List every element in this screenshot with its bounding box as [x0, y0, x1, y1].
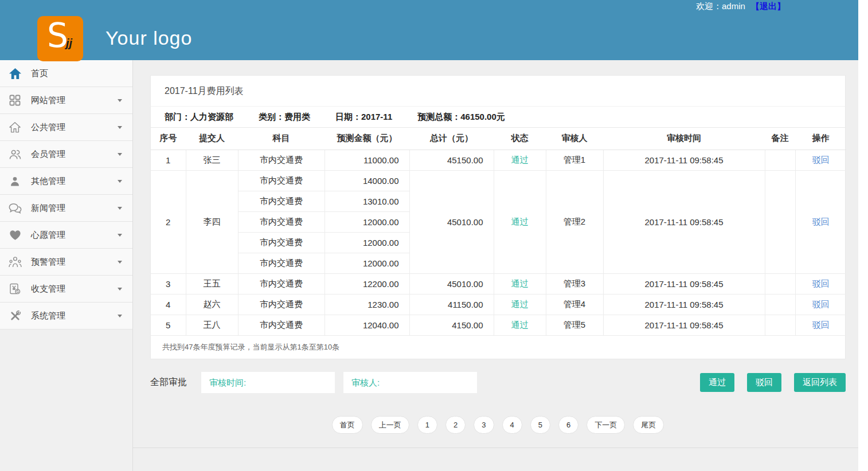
page-last[interactable]: 尾页	[633, 416, 664, 434]
chevron-down-icon	[118, 180, 122, 183]
welcome-label: 欢迎：	[696, 1, 722, 11]
logout-link[interactable]: 【退出】	[751, 1, 785, 11]
approval-bar: 全部审批 通过 驳回 返回列表	[150, 372, 846, 393]
sidebar-item-label: 预警管理	[31, 257, 65, 268]
table-row: 2李四市内交通费14000.0045010.00通过管理22017-11-11 …	[151, 170, 846, 191]
cell-review-time: 2017-11-11 09:58:45	[603, 170, 765, 273]
action-link: 驳回	[795, 170, 846, 273]
tools-icon	[7, 310, 22, 322]
cell-serial: 2	[151, 170, 186, 273]
sidebar-item-news-management[interactable]: 新闻管理	[0, 195, 132, 222]
action-link: 驳回	[795, 150, 846, 170]
cell-serial: 5	[151, 315, 186, 335]
grid-icon	[7, 95, 22, 106]
filter-label: 日期：	[335, 112, 361, 121]
status-link[interactable]: 通过	[511, 217, 529, 226]
page-next[interactable]: 下一页	[587, 416, 625, 434]
sidebar-item-label: 公共管理	[31, 122, 65, 133]
sidebar-item-public-management[interactable]: 公共管理	[0, 114, 132, 141]
cell-subject: 市内交通费	[238, 273, 324, 294]
page-1[interactable]: 1	[417, 416, 437, 434]
review-time-input[interactable]	[201, 372, 335, 393]
sidebar-item-finance-management[interactable]: 收支管理	[0, 276, 132, 303]
action-link[interactable]: 驳回	[812, 299, 830, 309]
sidebar-item-warning-management[interactable]: 预警管理	[0, 249, 132, 276]
reject-button[interactable]: 驳回	[747, 373, 781, 392]
expense-panel: 2017-11月费用列表 部门：人力资源部类别：费用类日期：2017-11预测总…	[150, 75, 846, 359]
pagination: 首页上一页123456下一页尾页	[150, 416, 846, 434]
page-5[interactable]: 5	[530, 416, 550, 434]
chat-icon	[7, 203, 22, 214]
status-link: 通过	[494, 170, 546, 273]
sidebar-item-label: 会员管理	[31, 149, 65, 160]
cell-review-time: 2017-11-11 09:58:45	[603, 273, 765, 294]
status-link[interactable]: 通过	[511, 299, 529, 309]
cell-forecast-amount: 12000.00	[324, 253, 409, 273]
table-header-cell: 备注	[765, 128, 795, 150]
sidebar-item-system-management[interactable]: 系统管理	[0, 303, 132, 329]
sidebar: 首页网站管理公共管理会员管理其他管理新闻管理心愿管理预警管理收支管理系统管理	[0, 60, 133, 471]
cell-review-time: 2017-11-11 09:58:45	[603, 150, 765, 170]
cell-total: 4150.00	[409, 315, 494, 335]
filter-item: 日期：2017-11	[335, 112, 392, 123]
filter-item: 部门：人力资源部	[165, 112, 233, 123]
approve-button[interactable]: 通过	[700, 373, 734, 392]
table-header-cell: 提交人	[186, 128, 238, 150]
page-3[interactable]: 3	[474, 416, 494, 434]
table-row: 1张三市内交通费11000.0045150.00通过管理12017-11-11 …	[151, 150, 846, 170]
sidebar-item-other-management[interactable]: 其他管理	[0, 168, 132, 195]
action-link[interactable]: 驳回	[812, 155, 830, 164]
table-header-cell: 审核人	[546, 128, 603, 150]
cell-subject: 市内交通费	[238, 294, 324, 315]
status-link[interactable]: 通过	[511, 155, 529, 164]
sidebar-item-label: 心愿管理	[31, 230, 65, 241]
action-link: 驳回	[795, 294, 846, 315]
page-4[interactable]: 4	[502, 416, 522, 434]
back-to-list-button[interactable]: 返回列表	[794, 373, 846, 392]
action-link[interactable]: 驳回	[812, 320, 830, 329]
reviewer-input[interactable]	[343, 372, 477, 393]
table-header-cell: 预测金额（元）	[324, 128, 409, 150]
cell-submitter: 李四	[186, 170, 238, 273]
page-first[interactable]: 首页	[332, 416, 363, 434]
footer-divider	[133, 448, 858, 460]
action-link[interactable]: 驳回	[812, 278, 830, 288]
approval-buttons: 通过 驳回 返回列表	[700, 373, 846, 392]
cell-total: 41150.00	[409, 294, 494, 315]
cell-remark	[765, 294, 795, 315]
sidebar-item-member-management[interactable]: 会员管理	[0, 141, 132, 168]
cell-subject: 市内交通费	[238, 315, 324, 335]
cell-forecast-amount: 14000.00	[324, 170, 409, 191]
table-header-cell: 操作	[795, 128, 846, 150]
cell-serial: 3	[151, 273, 186, 294]
filter-label: 预测总额：	[417, 112, 460, 121]
cell-subject: 市内交通费	[238, 232, 324, 253]
cell-remark	[765, 170, 795, 273]
status-link: 通过	[494, 273, 546, 294]
alert-group-icon	[7, 256, 22, 268]
cell-subject: 市内交通费	[238, 211, 324, 232]
status-link[interactable]: 通过	[511, 320, 529, 329]
cell-forecast-amount: 12000.00	[324, 211, 409, 232]
cell-forecast-amount: 11000.00	[324, 150, 409, 170]
cell-subject: 市内交通费	[238, 253, 324, 273]
sidebar-item-site-management[interactable]: 网站管理	[0, 87, 132, 114]
sidebar-item-label: 收支管理	[31, 284, 65, 295]
cell-forecast-amount: 13010.00	[324, 191, 409, 211]
cell-forecast-amount: 12200.00	[324, 273, 409, 294]
table-header-cell: 状态	[494, 128, 546, 150]
sidebar-item-home[interactable]: 首页	[0, 60, 132, 87]
main-content: 2017-11月费用列表 部门：人力资源部类别：费用类日期：2017-11预测总…	[133, 60, 858, 471]
cell-submitter: 王八	[186, 315, 238, 335]
table-header-cell: 总计（元）	[409, 128, 494, 150]
page-6[interactable]: 6	[558, 416, 578, 434]
page-prev[interactable]: 上一页	[371, 416, 409, 434]
page-2[interactable]: 2	[445, 416, 466, 434]
action-link[interactable]: 驳回	[812, 217, 830, 226]
cell-reviewer: 管理1	[546, 150, 603, 170]
approve-all-label: 全部审批	[150, 376, 187, 388]
table-row: 3王五市内交通费12200.0045010.00通过管理32017-11-11 …	[151, 273, 846, 294]
cell-total: 45010.00	[409, 273, 494, 294]
sidebar-item-wish-management[interactable]: 心愿管理	[0, 222, 132, 249]
status-link[interactable]: 通过	[511, 278, 529, 288]
